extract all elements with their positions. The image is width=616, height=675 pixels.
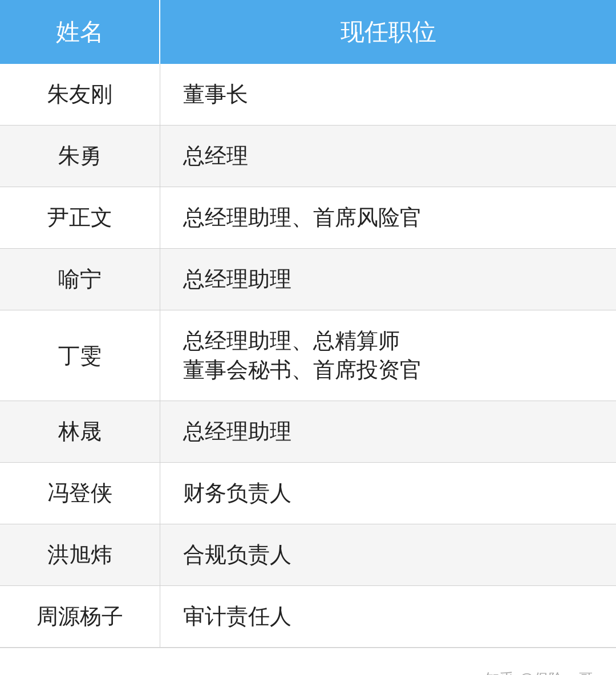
table-header-row: 姓名 现任职位 (0, 0, 616, 64)
cell-name: 朱友刚 (0, 64, 160, 126)
cell-name: 尹正文 (0, 187, 160, 249)
cell-name: 朱勇 (0, 126, 160, 187)
table-row: 周源杨子审计责任人 (0, 586, 616, 648)
cell-position: 总经理助理 (160, 249, 616, 310)
cell-position: 合规负责人 (160, 524, 616, 586)
table-container: 姓名 现任职位 朱友刚董事长朱勇总经理尹正文总经理助理、首席风险官喻宁总经理助理… (0, 0, 616, 648)
watermark-text: 知乎 @保险一哥 (485, 669, 593, 676)
table-row: 丁雯总经理助理、总精算师董事会秘书、首席投资官 (0, 310, 616, 401)
cell-position: 审计责任人 (160, 586, 616, 648)
cell-position: 总经理助理 (160, 401, 616, 463)
table-row: 冯登侠财务负责人 (0, 463, 616, 524)
cell-name: 喻宁 (0, 249, 160, 310)
cell-position: 财务负责人 (160, 463, 616, 524)
table-row: 尹正文总经理助理、首席风险官 (0, 187, 616, 249)
header-position: 现任职位 (160, 0, 616, 64)
cell-name: 丁雯 (0, 310, 160, 401)
cell-name: 冯登侠 (0, 463, 160, 524)
table-row: 朱友刚董事长 (0, 64, 616, 126)
header-name: 姓名 (0, 0, 160, 64)
table-row: 朱勇总经理 (0, 126, 616, 187)
personnel-table: 姓名 现任职位 朱友刚董事长朱勇总经理尹正文总经理助理、首席风险官喻宁总经理助理… (0, 0, 616, 648)
cell-position: 总经理助理、首席风险官 (160, 187, 616, 249)
cell-position: 总经理助理、总精算师董事会秘书、首席投资官 (160, 310, 616, 401)
cell-name: 周源杨子 (0, 586, 160, 648)
cell-name: 林晟 (0, 401, 160, 463)
cell-position: 董事长 (160, 64, 616, 126)
table-row: 林晟总经理助理 (0, 401, 616, 463)
cell-name: 洪旭炜 (0, 524, 160, 586)
table-row: 喻宁总经理助理 (0, 249, 616, 310)
footer: 知乎 @保险一哥 (0, 648, 616, 675)
table-row: 洪旭炜合规负责人 (0, 524, 616, 586)
cell-position: 总经理 (160, 126, 616, 187)
